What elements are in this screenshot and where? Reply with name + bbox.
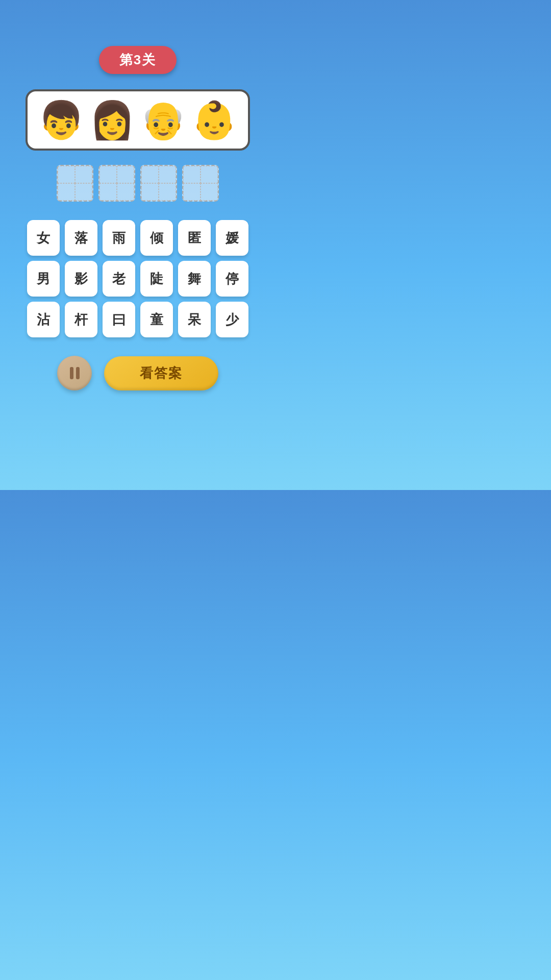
answer-cell bbox=[159, 166, 176, 183]
key-倾[interactable]: 倾 bbox=[140, 220, 173, 256]
answer-box-4[interactable] bbox=[182, 165, 219, 202]
key-女[interactable]: 女 bbox=[27, 220, 60, 256]
key-舞[interactable]: 舞 bbox=[178, 261, 211, 297]
emoji-3: 👴 bbox=[140, 102, 186, 138]
answer-cell bbox=[58, 166, 75, 183]
answer-cell bbox=[75, 183, 92, 201]
emoji-2: 👩 bbox=[89, 102, 135, 138]
answer-cell bbox=[201, 183, 218, 201]
keyboard-row-3: 沾 杆 曰 童 呆 少 bbox=[26, 302, 250, 337]
emoji-4: 👶 bbox=[191, 102, 237, 138]
key-男[interactable]: 男 bbox=[27, 261, 60, 297]
key-影[interactable]: 影 bbox=[65, 261, 97, 297]
key-陡[interactable]: 陡 bbox=[140, 261, 173, 297]
key-沾[interactable]: 沾 bbox=[27, 302, 60, 337]
level-text: 第3关 bbox=[119, 52, 156, 67]
emoji-card: 👦 👩 👴 👶 bbox=[26, 89, 250, 151]
key-老[interactable]: 老 bbox=[103, 261, 135, 297]
key-停[interactable]: 停 bbox=[216, 261, 248, 297]
emoji-1: 👦 bbox=[38, 102, 84, 138]
pause-icon bbox=[70, 367, 80, 379]
level-badge: 第3关 bbox=[99, 46, 177, 74]
key-呆[interactable]: 呆 bbox=[178, 302, 211, 337]
key-匿[interactable]: 匿 bbox=[178, 220, 211, 256]
keyboard-row-2: 男 影 老 陡 舞 停 bbox=[26, 261, 250, 297]
answer-cell bbox=[58, 183, 75, 201]
key-童[interactable]: 童 bbox=[140, 302, 173, 337]
key-雨[interactable]: 雨 bbox=[103, 220, 135, 256]
answer-cell bbox=[141, 183, 159, 201]
answer-box-2[interactable] bbox=[98, 165, 135, 202]
key-落[interactable]: 落 bbox=[65, 220, 97, 256]
answer-box-3[interactable] bbox=[140, 165, 177, 202]
answer-cell bbox=[75, 166, 92, 183]
answer-box-1[interactable] bbox=[57, 165, 93, 202]
answer-cell bbox=[183, 183, 201, 201]
key-媛[interactable]: 媛 bbox=[216, 220, 248, 256]
answer-cell bbox=[99, 183, 117, 201]
key-曰[interactable]: 曰 bbox=[103, 302, 135, 337]
pause-bar-right bbox=[76, 367, 80, 379]
bottom-controls: 看答案 bbox=[57, 356, 218, 390]
answer-cell bbox=[99, 166, 117, 183]
pause-button[interactable] bbox=[57, 356, 92, 390]
see-answer-button[interactable]: 看答案 bbox=[104, 356, 218, 390]
character-keyboard: 女 落 雨 倾 匿 媛 男 影 老 陡 舞 停 沾 杆 曰 童 呆 少 bbox=[26, 220, 250, 337]
answer-cell bbox=[183, 166, 201, 183]
pause-bar-left bbox=[70, 367, 73, 379]
answer-cell bbox=[141, 166, 159, 183]
key-少[interactable]: 少 bbox=[216, 302, 248, 337]
answer-cell bbox=[159, 183, 176, 201]
keyboard-row-1: 女 落 雨 倾 匿 媛 bbox=[26, 220, 250, 256]
key-杆[interactable]: 杆 bbox=[65, 302, 97, 337]
answer-cell bbox=[117, 183, 134, 201]
answer-boxes bbox=[57, 165, 219, 202]
answer-cell bbox=[201, 166, 218, 183]
answer-cell bbox=[117, 166, 134, 183]
